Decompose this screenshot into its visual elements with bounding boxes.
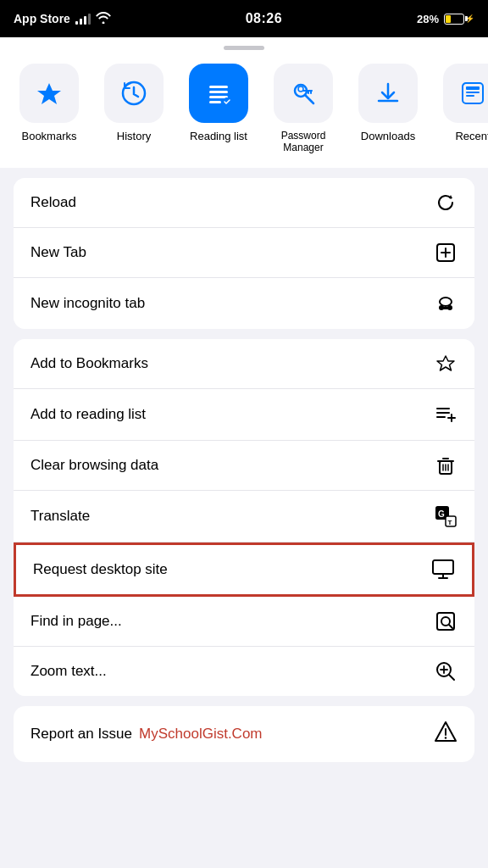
translate-label: Translate (30, 508, 90, 525)
bookmark-icon (434, 353, 458, 375)
password-manager-label: Password Manager (261, 130, 346, 154)
quick-item-downloads[interactable]: Downloads (346, 64, 430, 154)
battery-icon: ⚡ (444, 14, 474, 25)
recent-label: Recent (455, 130, 488, 143)
quick-item-bookmarks[interactable]: Bookmarks (7, 64, 92, 154)
menu-item-find-in-page[interactable]: Find in page... (14, 597, 474, 647)
svg-rect-5 (209, 101, 221, 103)
reload-label: Reload (30, 194, 76, 211)
svg-marker-0 (37, 83, 61, 104)
svg-rect-40 (433, 560, 453, 574)
reading-list-icon-bg (189, 64, 248, 123)
incognito-icon (434, 292, 458, 315)
desktop-icon (431, 559, 455, 581)
menu-item-request-desktop-site[interactable]: Request desktop site (14, 542, 474, 597)
svg-point-20 (440, 298, 452, 306)
downloads-icon-bg (358, 64, 418, 123)
svg-rect-3 (209, 91, 228, 93)
drag-handle[interactable] (224, 46, 264, 50)
request-desktop-label: Request desktop site (33, 561, 168, 578)
clear-browsing-label: Clear browsing data (30, 457, 158, 474)
password-manager-icon-bg (274, 64, 333, 123)
svg-marker-24 (437, 356, 454, 370)
battery-percent: 28% (417, 13, 439, 25)
svg-rect-15 (466, 92, 480, 93)
quick-item-recent[interactable]: Recent (430, 64, 488, 154)
time-display: 08:26 (246, 11, 282, 26)
status-left: App Store (14, 12, 111, 26)
new-tab-icon (434, 242, 458, 264)
quick-item-history[interactable]: History (92, 64, 176, 154)
downloads-label: Downloads (361, 130, 415, 143)
menu-item-report-issue[interactable]: Report an Issue MySchoolGist.Com (14, 706, 474, 762)
svg-rect-23 (440, 307, 452, 309)
svg-rect-2 (209, 86, 228, 88)
menu-item-new-tab[interactable]: New Tab (14, 228, 474, 278)
svg-text:T: T (448, 519, 452, 526)
status-right: 28% ⚡ (417, 13, 474, 25)
menu-item-add-to-reading-list[interactable]: Add to reading list (14, 389, 474, 441)
svg-line-9 (309, 99, 312, 102)
find-in-page-label: Find in page... (30, 613, 122, 630)
menu-item-clear-browsing-data[interactable]: Clear browsing data (14, 441, 474, 491)
report-label-accent: MySchoolGist.Com (139, 726, 262, 743)
add-bookmarks-label: Add to Bookmarks (30, 355, 148, 372)
reading-list-label: Reading list (190, 130, 247, 143)
new-incognito-label: New incognito tab (30, 295, 145, 312)
svg-rect-4 (209, 96, 228, 98)
quick-item-password-manager[interactable]: Password Manager (261, 64, 346, 154)
quick-access-bar: Bookmarks History Reading list (0, 55, 488, 168)
warning-icon (434, 720, 458, 748)
svg-line-47 (449, 675, 454, 680)
zoom-text-label: Zoom text... (30, 663, 107, 680)
menu-item-zoom-text[interactable]: Zoom text... (14, 647, 474, 696)
zoom-icon (434, 660, 458, 682)
drag-handle-area (0, 37, 488, 55)
bookmarks-label: Bookmarks (21, 130, 76, 143)
recent-icon-bg (443, 64, 488, 123)
bookmarks-icon-bg (19, 64, 79, 123)
svg-line-45 (449, 625, 452, 628)
report-label-container: Report an Issue MySchoolGist.Com (30, 726, 263, 743)
svg-rect-16 (466, 95, 474, 97)
status-bar: App Store 08:26 28% ⚡ (0, 0, 488, 37)
menu-group-2: Add to Bookmarks Add to reading list Cle… (14, 339, 474, 696)
signal-icon (75, 13, 91, 25)
find-icon (434, 610, 458, 632)
menu-item-translate[interactable]: Translate G T (14, 491, 474, 542)
add-reading-list-label: Add to reading list (30, 406, 146, 423)
carrier-label: App Store (14, 12, 70, 25)
menu-item-add-to-bookmarks[interactable]: Add to Bookmarks (14, 339, 474, 389)
svg-rect-14 (466, 86, 480, 90)
menu-item-new-incognito-tab[interactable]: New incognito tab (14, 278, 474, 329)
svg-text:G: G (438, 509, 445, 519)
reload-icon (434, 192, 458, 214)
history-label: History (117, 130, 151, 143)
report-label: Report an Issue (30, 726, 132, 743)
new-tab-label: New Tab (30, 244, 86, 261)
trash-icon (434, 454, 458, 476)
menu-item-reload[interactable]: Reload (14, 178, 474, 228)
svg-point-51 (445, 737, 446, 738)
menu-group-1: Reload New Tab New incognito tab (14, 178, 474, 329)
add-reading-list-icon (434, 403, 458, 426)
wifi-icon (96, 12, 111, 26)
history-icon-bg (104, 64, 164, 123)
quick-item-reading-list[interactable]: Reading list (176, 64, 261, 154)
translate-icon: G T (434, 504, 458, 528)
report-section: Report an Issue MySchoolGist.Com (14, 706, 474, 762)
